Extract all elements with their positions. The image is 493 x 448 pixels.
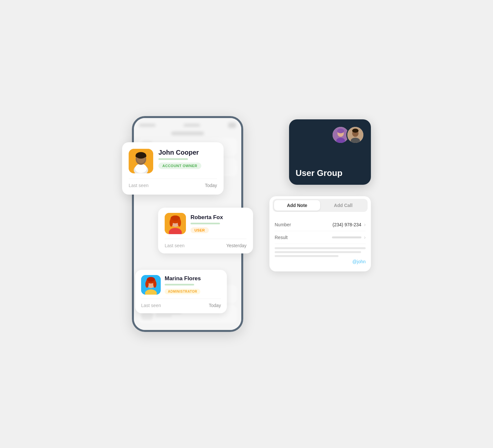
svg-point-13 (178, 219, 181, 227)
marina-card: Marina Flores ADMINISTRATOR Last seen To… (135, 270, 227, 313)
user-group-card: User Group (289, 119, 371, 185)
call-number-chevron: › (364, 222, 366, 228)
marina-avatar (141, 275, 161, 295)
john-card: John Cooper ACCOUNT OWNER Last seen Toda… (122, 142, 224, 195)
scene: John Cooper ACCOUNT OWNER Last seen Toda… (116, 110, 377, 338)
call-card: Add Note Add Call Number (234) 978-234 ›… (269, 196, 371, 271)
call-text-line-1 (275, 247, 366, 249)
call-number-label: Number (275, 222, 291, 227)
svg-point-18 (147, 277, 155, 282)
svg-point-20 (153, 281, 156, 288)
marina-role-badge: ADMINISTRATOR (165, 289, 200, 294)
user-group-avatars (332, 126, 364, 144)
tab-add-call[interactable]: Add Call (320, 200, 366, 211)
tab-add-note[interactable]: Add Note (274, 200, 320, 211)
svg-point-28 (352, 129, 359, 132)
john-role-bar (158, 158, 188, 160)
call-number-value: (234) 978-234 (333, 222, 361, 227)
john-last-seen-label: Last seen (129, 183, 149, 188)
svg-rect-6 (136, 155, 146, 157)
roberta-role-badge: USER (191, 227, 209, 233)
marina-role-bar (165, 284, 194, 285)
roberta-name: Roberta Fox (191, 214, 246, 221)
phone-title (136, 132, 239, 135)
svg-point-12 (170, 219, 173, 227)
john-role-badge: ACCOUNT OWNER (158, 163, 201, 169)
call-number-row: Number (234) 978-234 › (275, 218, 366, 231)
john-name: John Cooper (158, 149, 217, 156)
svg-point-23 (337, 129, 344, 133)
marina-last-seen-label: Last seen (141, 303, 161, 308)
marina-name: Marina Flores (165, 275, 221, 282)
phone-top-bar (136, 121, 239, 129)
call-tabs: Add Note Add Call (273, 199, 368, 212)
roberta-card: Roberta Fox USER Last seen Yesterday (158, 208, 253, 253)
user-group-title: User Group (296, 168, 364, 178)
call-result-bar (332, 236, 361, 238)
call-text-line-2 (275, 251, 361, 253)
call-content: Number (234) 978-234 › Result › (269, 215, 371, 271)
call-text-lines: @john (275, 244, 366, 267)
call-text-line-3 (275, 255, 338, 257)
john-avatar (129, 149, 153, 173)
call-result-row: Result › (275, 231, 366, 244)
call-result-chevron: › (364, 234, 366, 240)
roberta-last-seen-value: Yesterday (226, 243, 246, 248)
marina-last-seen-value: Today (209, 303, 221, 308)
roberta-role-bar (191, 223, 220, 224)
call-mention[interactable]: @john (352, 259, 366, 264)
svg-point-19 (145, 281, 149, 288)
user-group-avatar-2 (346, 126, 364, 144)
roberta-avatar (165, 213, 186, 234)
john-last-seen-value: Today (205, 183, 217, 188)
svg-point-2 (135, 164, 147, 173)
roberta-last-seen-label: Last seen (165, 243, 185, 248)
call-result-label: Result (275, 235, 288, 240)
